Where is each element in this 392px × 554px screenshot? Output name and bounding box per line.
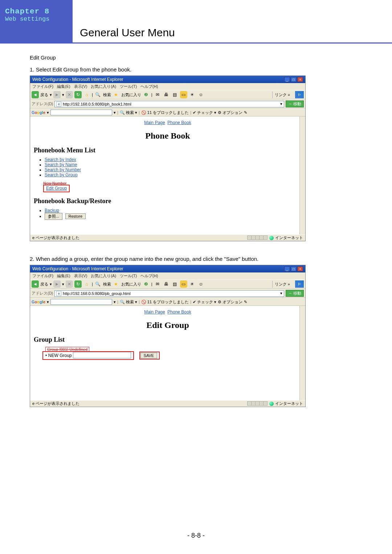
google-blocked-label[interactable]: 🚫 11 をブロックしました: [141, 110, 189, 115]
google-extra-icon[interactable]: ✎: [244, 110, 247, 115]
back-icon[interactable]: ◄: [32, 280, 39, 288]
maximize-icon[interactable]: □: [291, 266, 297, 271]
search-label[interactable]: 検索: [103, 92, 111, 98]
minimize-icon[interactable]: _: [284, 266, 290, 271]
back-label[interactable]: 戻る: [40, 92, 48, 98]
dropdown-icon[interactable]: ▾: [50, 93, 52, 97]
chapter-block: Chapter 8 Web settings: [0, 0, 65, 44]
link-edit-group[interactable]: Edit Group: [46, 186, 67, 191]
menu-view[interactable]: 表示(V): [74, 273, 87, 279]
browse-button[interactable]: [45, 213, 62, 220]
maximize-icon[interactable]: □: [291, 77, 297, 82]
address-dropdown-icon[interactable]: ▾: [280, 291, 282, 296]
dropdown-icon[interactable]: ▾: [50, 282, 52, 287]
link-search-index[interactable]: Search by Index: [45, 157, 76, 162]
google-dropdown-icon[interactable]: ▾: [47, 110, 49, 115]
page-header: Chapter 8 Web settings General User Menu: [0, 0, 392, 44]
history-icon[interactable]: ❷: [143, 91, 150, 98]
favorites-label[interactable]: お気に入り: [121, 282, 141, 287]
messenger-icon[interactable]: ☺: [197, 280, 205, 288]
home-icon[interactable]: ⌂: [83, 280, 90, 288]
menu-view[interactable]: 表示(V): [74, 84, 87, 89]
google-check-label[interactable]: ✔ チェック ▾: [193, 299, 216, 305]
google-dropdown-icon[interactable]: ▾: [47, 300, 49, 304]
folder-icon[interactable]: ▭: [180, 91, 187, 98]
vertical-scrollbar[interactable]: [299, 116, 305, 234]
google-search-button[interactable]: 🔍 検索 ▾: [120, 299, 137, 305]
save-button[interactable]: [140, 353, 158, 358]
minimize-icon[interactable]: _: [284, 77, 290, 82]
menu-fav[interactable]: お気に入り(A): [91, 84, 116, 89]
status-bar: e ページが表示されました インターネット: [30, 400, 305, 407]
history-icon[interactable]: ❷: [143, 280, 150, 288]
close-icon[interactable]: ×: [297, 266, 303, 271]
address-input[interactable]: e http://192.168.0.5:8080/pb_group.html …: [54, 290, 284, 297]
menu-tool[interactable]: ツール(T): [120, 273, 137, 279]
menu-file[interactable]: ファイル(F): [32, 84, 53, 89]
google-search-input[interactable]: [50, 299, 112, 305]
restore-button[interactable]: [65, 213, 86, 219]
favorites-icon[interactable]: ★: [113, 91, 120, 98]
google-logo[interactable]: Google: [32, 300, 45, 304]
refresh-icon[interactable]: ↻: [74, 91, 82, 98]
favorites-label[interactable]: お気に入り: [121, 92, 141, 98]
search-icon[interactable]: 🔍: [94, 280, 102, 288]
crumb-main[interactable]: Main Page: [144, 120, 165, 125]
crumb-main[interactable]: Main Page: [144, 309, 165, 315]
stop-icon[interactable]: ✕: [66, 280, 73, 288]
menu-fav[interactable]: お気に入り(A): [91, 273, 116, 279]
google-search-dropdown-icon[interactable]: ▾: [114, 110, 116, 115]
mail-icon[interactable]: ✉: [154, 280, 161, 288]
discuss-icon[interactable]: ☀: [189, 91, 196, 98]
google-logo[interactable]: Google: [32, 110, 45, 115]
stop-icon[interactable]: ✕: [66, 91, 73, 98]
search-icon[interactable]: 🔍: [94, 91, 102, 98]
google-options-label[interactable]: ⚙ オプション: [218, 110, 242, 115]
refresh-icon[interactable]: ↻: [74, 280, 82, 288]
menu-help[interactable]: ヘルプ(H): [140, 273, 158, 279]
google-search-dropdown-icon[interactable]: ▾: [114, 300, 116, 304]
close-icon[interactable]: ×: [297, 77, 303, 82]
print-icon[interactable]: 🖶: [163, 280, 170, 288]
discuss-icon[interactable]: ☀: [189, 280, 196, 288]
edit-group-heading: Edit Group: [34, 320, 302, 330]
menu-file[interactable]: ファイル(F): [32, 273, 53, 279]
print-icon[interactable]: 🖶: [163, 91, 170, 98]
google-check-label[interactable]: ✔ チェック ▾: [193, 110, 216, 115]
back-icon[interactable]: ◄: [32, 91, 39, 98]
home-icon[interactable]: ⌂: [83, 91, 90, 98]
google-search-input[interactable]: [50, 110, 112, 115]
go-button[interactable]: → 移動: [286, 290, 304, 297]
link-search-number[interactable]: Search by Number: [45, 167, 81, 172]
google-options-label[interactable]: ⚙ オプション: [218, 299, 242, 305]
menu-help[interactable]: ヘルプ(H): [140, 84, 158, 89]
search-label[interactable]: 検索: [103, 282, 111, 287]
vertical-scrollbar[interactable]: [299, 306, 305, 400]
back-label[interactable]: 戻る: [40, 282, 48, 287]
messenger-icon[interactable]: ☺: [197, 91, 205, 98]
address-dropdown-icon[interactable]: ▾: [280, 102, 282, 106]
go-button[interactable]: → 移動: [286, 100, 304, 107]
menu-edit[interactable]: 編集(E): [57, 273, 70, 279]
link-backup[interactable]: Backup: [45, 208, 59, 213]
google-extra-icon[interactable]: ✎: [244, 300, 247, 304]
new-group-input[interactable]: [73, 352, 131, 358]
link-search-name[interactable]: Search by Name: [45, 162, 77, 167]
google-search-button[interactable]: 🔍 検索 ▾: [120, 110, 137, 115]
edit-icon[interactable]: ▤: [171, 280, 179, 288]
google-blocked-label[interactable]: 🚫 11 をブロックしました: [141, 299, 189, 305]
toolbar-sep3: |: [117, 110, 118, 115]
menu-tool[interactable]: ツール(T): [120, 84, 137, 89]
link-search-group[interactable]: Search by Group: [45, 172, 78, 177]
address-label: アドレス(D): [32, 291, 53, 296]
address-input[interactable]: e http://192.168.0.5:8080/ph_book1.html …: [54, 101, 284, 107]
edit-icon[interactable]: ▤: [171, 91, 179, 98]
favorites-icon[interactable]: ★: [113, 280, 120, 288]
links-label[interactable]: リンク »: [272, 91, 292, 98]
crumb-phonebook[interactable]: Phone Book: [167, 309, 191, 315]
mail-icon[interactable]: ✉: [154, 91, 161, 98]
crumb-phonebook[interactable]: Phone Book: [167, 120, 191, 125]
menu-edit[interactable]: 編集(E): [57, 84, 70, 89]
links-label[interactable]: リンク »: [272, 281, 292, 288]
folder-icon[interactable]: ▭: [180, 280, 187, 288]
